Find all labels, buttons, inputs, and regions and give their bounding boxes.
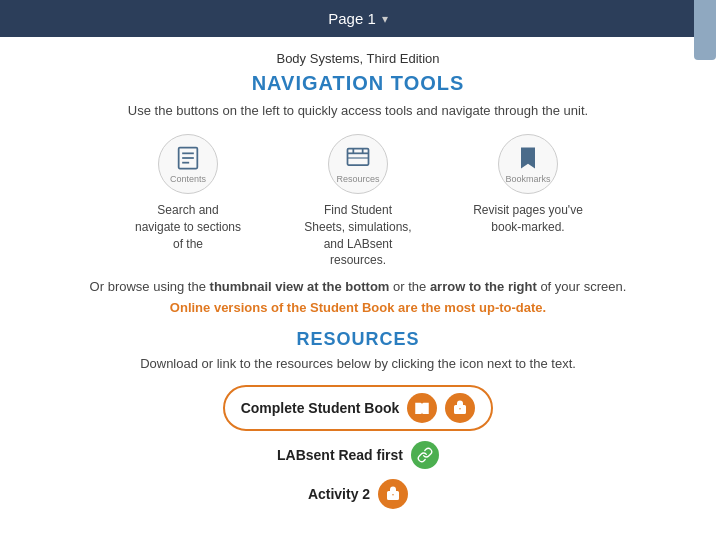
download-icon bbox=[451, 399, 469, 417]
page-label: Page 1 bbox=[328, 10, 376, 27]
bookmarks-icon-item: Bookmarks Revisit pages you've book-mark… bbox=[473, 134, 583, 269]
link-icon bbox=[417, 447, 433, 463]
resources-icon bbox=[344, 144, 372, 172]
feature-icons-row: Contents Search and navigate to sections… bbox=[50, 134, 666, 269]
activity-icon bbox=[384, 485, 402, 503]
activity2-label: Activity 2 bbox=[308, 486, 370, 502]
resources-section-desc: Download or link to the resources below … bbox=[50, 356, 666, 371]
nav-tools-title: NAVIGATION TOOLS bbox=[50, 72, 666, 95]
bookmarks-icon-circle: Bookmarks bbox=[498, 134, 558, 194]
book-subtitle: Body Systems, Third Edition bbox=[50, 51, 666, 66]
csb-icon-2[interactable] bbox=[445, 393, 475, 423]
contents-icon-item: Contents Search and navigate to sections… bbox=[133, 134, 243, 269]
contents-icon-circle: Contents bbox=[158, 134, 218, 194]
svg-rect-4 bbox=[348, 149, 369, 165]
labsent-row: LABsent Read first bbox=[50, 441, 666, 469]
bookmark-tab bbox=[694, 0, 716, 60]
resources-section-title: RESOURCES bbox=[50, 329, 666, 350]
contents-label: Contents bbox=[170, 174, 206, 184]
highlight-arrow: ← bbox=[710, 390, 716, 426]
resources-icon-item: Resources Find Student Sheets, simulatio… bbox=[303, 134, 413, 269]
csb-label: Complete Student Book bbox=[241, 400, 400, 416]
bookmarks-desc: Revisit pages you've book-marked. bbox=[473, 202, 583, 236]
bookmarks-icon bbox=[514, 144, 542, 172]
csb-icon-1[interactable] bbox=[407, 393, 437, 423]
resources-label: Resources bbox=[336, 174, 379, 184]
bookmarks-label: Bookmarks bbox=[505, 174, 550, 184]
nav-tools-desc: Use the buttons on the left to quickly a… bbox=[50, 103, 666, 118]
activity2-icon[interactable] bbox=[378, 479, 408, 509]
main-content: Body Systems, Third Edition NAVIGATION T… bbox=[0, 37, 716, 529]
resources-desc: Find Student Sheets, simulations, and LA… bbox=[303, 202, 413, 269]
activity2-row: Activity 2 bbox=[50, 479, 666, 509]
contents-icon bbox=[174, 144, 202, 172]
resources-icon-circle: Resources bbox=[328, 134, 388, 194]
nav-hint-text: Or browse using the thumbnail view at th… bbox=[50, 279, 666, 294]
labsent-label: LABsent Read first bbox=[277, 447, 403, 463]
csb-box: Complete Student Book bbox=[223, 385, 494, 431]
complete-student-book-row: Complete Student Book ← bbox=[50, 385, 666, 431]
page-dropdown-chevron[interactable]: ▾ bbox=[382, 12, 388, 26]
top-navigation-bar[interactable]: Page 1 ▾ bbox=[0, 0, 716, 37]
labsent-link-icon[interactable] bbox=[411, 441, 439, 469]
online-note: Online versions of the Student Book are … bbox=[50, 300, 666, 315]
contents-desc: Search and navigate to sections of the bbox=[133, 202, 243, 252]
book-open-icon bbox=[413, 399, 431, 417]
